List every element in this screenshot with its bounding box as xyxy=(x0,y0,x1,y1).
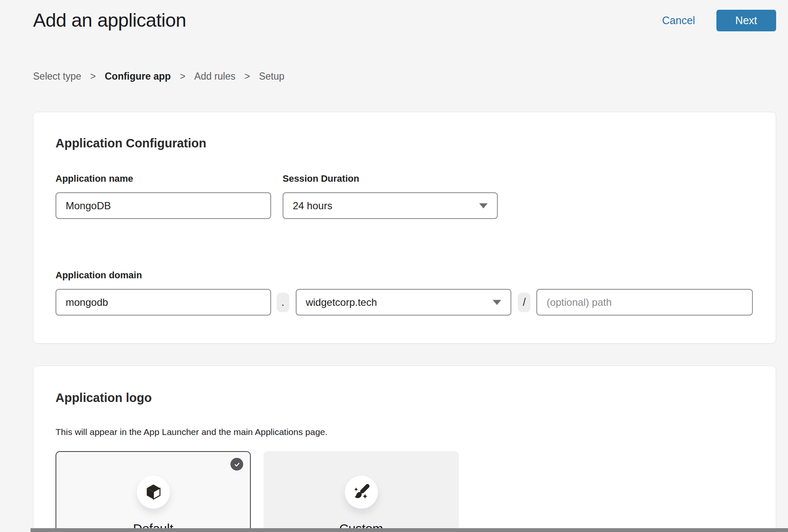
application-domain-label: Application domain xyxy=(55,270,753,281)
horizontal-scrollbar[interactable] xyxy=(31,528,788,532)
application-name-input[interactable] xyxy=(55,192,271,219)
dot-separator: . xyxy=(277,293,289,312)
breadcrumb-separator: > xyxy=(244,71,250,82)
page-header: Add an application Cancel Next xyxy=(0,0,788,31)
session-duration-field: Session Duration 24 hours xyxy=(283,173,498,219)
logo-heading: Application logo xyxy=(55,391,753,405)
domain-select[interactable]: widgetcorp.tech xyxy=(296,289,512,316)
application-domain-row: . widgetcorp.tech / xyxy=(55,289,753,316)
header-actions: Cancel Next xyxy=(662,10,776,31)
breadcrumb-step-select-type[interactable]: Select type xyxy=(33,71,81,82)
domain-value: widgetcorp.tech xyxy=(306,296,377,308)
next-button[interactable]: Next xyxy=(716,10,776,31)
breadcrumb-separator: > xyxy=(90,71,96,82)
application-logo-card: Application logo This will appear in the… xyxy=(33,366,776,532)
breadcrumb-separator: > xyxy=(180,71,185,82)
breadcrumb-step-setup[interactable]: Setup xyxy=(259,71,284,82)
cancel-button[interactable]: Cancel xyxy=(662,14,695,27)
breadcrumb: Select type > Configure app > Add rules … xyxy=(33,71,788,82)
chevron-down-icon xyxy=(493,300,501,305)
logo-options: Default Custom xyxy=(55,451,753,532)
application-name-field: Application name xyxy=(55,173,271,219)
session-duration-select[interactable]: 24 hours xyxy=(283,192,498,219)
application-configuration-card: Application Configuration Application na… xyxy=(33,112,776,344)
logo-description: This will appear in the App Launcher and… xyxy=(55,427,753,437)
cube-icon xyxy=(137,476,170,509)
subdomain-input[interactable] xyxy=(55,289,271,316)
path-input[interactable] xyxy=(536,289,753,316)
breadcrumb-step-add-rules[interactable]: Add rules xyxy=(194,71,236,82)
application-name-label: Application name xyxy=(55,173,271,184)
breadcrumb-step-configure-app[interactable]: Configure app xyxy=(105,71,171,82)
selected-check-icon xyxy=(230,458,243,471)
session-duration-value: 24 hours xyxy=(293,200,332,212)
chevron-down-icon xyxy=(479,203,488,208)
page-title: Add an application xyxy=(33,9,186,31)
paintbrush-icon xyxy=(345,476,378,509)
logo-option-custom[interactable]: Custom xyxy=(264,451,459,532)
slash-separator: / xyxy=(518,293,530,312)
logo-option-default[interactable]: Default xyxy=(55,451,251,532)
configuration-heading: Application Configuration xyxy=(55,136,753,150)
session-duration-label: Session Duration xyxy=(283,173,498,184)
name-session-row: Application name Session Duration 24 hou… xyxy=(55,173,753,219)
